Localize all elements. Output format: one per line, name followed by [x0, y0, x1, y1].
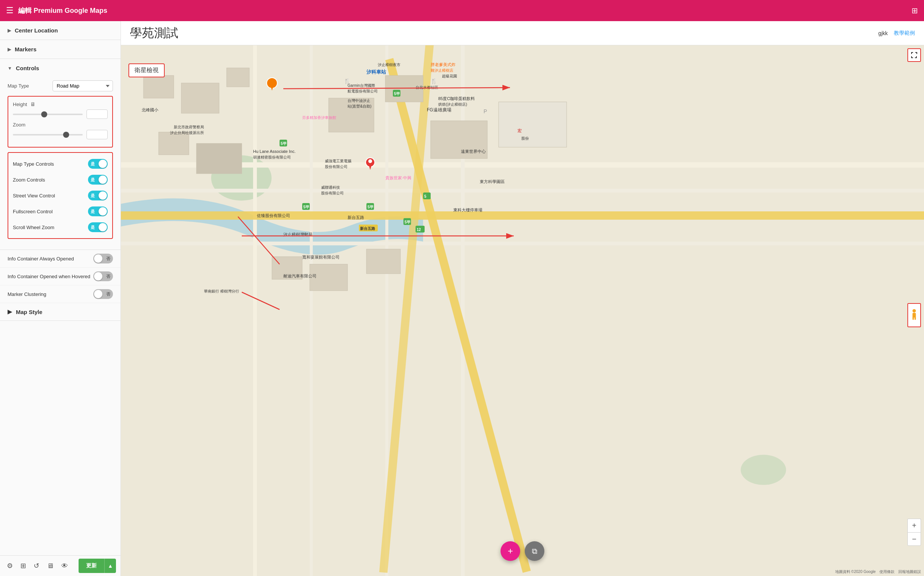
user-id: gjkk — [878, 30, 888, 36]
svg-text:站(直營&自助): 站(直營&自助) — [348, 104, 371, 108]
map-type-controls-toggle[interactable]: 是 — [88, 159, 107, 169]
svg-text:🍴: 🍴 — [344, 78, 351, 85]
map-copyright: 地圖資料 ©2020 Google 使用條款 回報地圖錯誤 — [835, 569, 921, 574]
svg-rect-8 — [310, 45, 313, 576]
controls-arrow: ▼ — [8, 66, 12, 71]
svg-text:芬多精加香汐車旅館: 芬多精加香汐車旅館 — [302, 115, 336, 120]
svg-text:85度C咖啡蛋糕飲料: 85度C咖啡蛋糕飲料 — [438, 96, 475, 101]
scroll-wheel-toggle[interactable]: 是 — [88, 222, 107, 232]
zoom-controls-label: Zoom Controls — [13, 177, 45, 183]
height-value-input[interactable]: 500 — [87, 109, 107, 119]
svg-text:耐迪汽車有限公司: 耐迪汽車有限公司 — [283, 274, 316, 278]
svg-text:汐止分局社後派出所: 汐止分局社後派出所 — [170, 131, 204, 135]
fab-copy-button[interactable]: ⧉ — [525, 541, 544, 561]
svg-text:新台五路: 新台五路 — [360, 226, 375, 230]
height-slider-container: 500 — [13, 109, 107, 119]
zoom-slider[interactable] — [13, 134, 83, 136]
update-expand-button[interactable]: ▲ — [104, 558, 116, 573]
svg-rect-17 — [329, 98, 374, 132]
zoom-row: Zoom 16 — [13, 122, 107, 139]
info-container-always-toggle[interactable]: 否 — [93, 254, 113, 264]
update-button[interactable]: 更新 — [79, 558, 104, 573]
map-type-controls-value: 是 — [91, 161, 95, 167]
toggle-thumb-info — [94, 254, 103, 263]
marker-clustering-toggle[interactable]: 否 — [93, 289, 113, 299]
street-view-control[interactable] — [907, 303, 921, 327]
app-title: 編輯 Premium Google Maps — [18, 6, 907, 15]
display-icon[interactable]: 🖥 — [45, 560, 56, 572]
toggle-thumb-scroll — [99, 223, 107, 231]
page-header-right: gjkk 教學範例 — [878, 30, 915, 37]
zoom-controls: + − — [907, 518, 921, 546]
svg-text:股份有限公司: 股份有限公司 — [325, 165, 348, 169]
markers-label: Markers — [15, 46, 37, 53]
eye-icon[interactable]: 👁 — [59, 560, 70, 572]
svg-text:東科大樓停車場: 東科大樓停車場 — [453, 208, 483, 212]
menu-icon[interactable]: ☰ — [6, 6, 14, 16]
zoom-controls-row: Zoom Controls 是 — [13, 172, 107, 187]
zoom-value-input[interactable]: 16 — [87, 130, 107, 139]
map-style-header[interactable]: ▶ Map Style — [0, 303, 120, 320]
svg-text:烘焙(汐止樟樹店): 烘焙(汐止樟樹店) — [438, 102, 467, 106]
svg-text:華南銀行 樟樹灣分行: 華南銀行 樟樹灣分行 — [204, 289, 239, 293]
zoom-controls-toggle[interactable]: 是 — [88, 175, 107, 185]
info-container-hovered-label: Info Container Opened when Hovered — [8, 274, 90, 279]
markers-arrow: ▶ — [8, 47, 11, 52]
svg-rect-5 — [121, 242, 924, 245]
svg-rect-16 — [227, 68, 249, 87]
center-location-header[interactable]: ▶ Center Location — [0, 21, 120, 40]
street-view-row: Street View Control 是 — [13, 187, 107, 203]
center-location-arrow: ▶ — [8, 28, 11, 33]
svg-rect-7 — [253, 45, 257, 576]
info-container-always-value: 否 — [106, 256, 110, 262]
sidebar-bottom-toolbar: ⚙ ⊞ ↺ 🖥 👁 更新 ▲ — [0, 555, 120, 576]
fullscreen-toggle[interactable]: 是 — [88, 206, 107, 216]
controls-header[interactable]: ▼ Controls — [0, 59, 120, 77]
fullscreen-button[interactable] — [907, 48, 921, 62]
info-container-hovered-row: Info Container Opened when Hovered 否 — [0, 267, 120, 285]
svg-rect-22 — [196, 144, 242, 174]
marker-clustering-value: 否 — [106, 291, 110, 297]
svg-text:汐科車站: 汐科車站 — [366, 69, 387, 75]
zoom-controls-value: 是 — [91, 177, 95, 183]
map-type-label: Map Type — [8, 83, 29, 89]
zoom-in-button[interactable]: + — [907, 518, 921, 532]
map-container[interactable]: 汐科車站 FG遠雄廣場 遠東世界中心 東方科學園區 東科大樓停車場 新台五路 北… — [121, 45, 924, 576]
fab-add-icon: + — [508, 546, 513, 556]
svg-text:威聯通科技: 威聯通科技 — [321, 185, 340, 189]
toggle-thumb-hovered — [94, 272, 103, 280]
svg-text:汐止樟樹灣郵局: 汐止樟樹灣郵局 — [283, 232, 313, 237]
grid-icon[interactable]: ⊞ — [911, 6, 918, 15]
scroll-wheel-label: Scroll Wheel Zoom — [13, 225, 55, 230]
zoom-out-button[interactable]: − — [907, 532, 921, 546]
sidebar-section-map-style: ▶ Map Style — [0, 303, 120, 321]
street-view-value: 是 — [91, 193, 95, 198]
svg-text:Hu Lane Associate Inc.: Hu Lane Associate Inc. — [253, 149, 296, 154]
tutorial-link[interactable]: 教學範例 — [894, 30, 915, 37]
svg-text:胡連精密股份有限公司: 胡連精密股份有限公司 — [253, 155, 291, 159]
satellite-label: 衛星檢視 — [135, 67, 159, 73]
svg-text:5: 5 — [424, 194, 427, 198]
stack-icon[interactable]: ⊞ — [18, 559, 28, 572]
info-container-hovered-toggle[interactable]: 否 — [93, 271, 113, 281]
toggle-thumb-fullscreen — [99, 207, 107, 216]
street-view-toggle[interactable]: 是 — [88, 190, 107, 200]
pegman-icon — [910, 309, 918, 321]
center-location-label: Center Location — [15, 27, 58, 34]
page-title: 學苑測試 — [130, 25, 178, 42]
map-style-label: Map Style — [16, 309, 42, 315]
map-type-controls-row: Map Type Controls 是 — [13, 156, 107, 172]
history-icon[interactable]: ↺ — [31, 559, 42, 572]
marker-clustering-row: Marker Clustering 否 — [0, 285, 120, 303]
svg-text:佐臻股份有限公司: 佐臻股份有限公司 — [257, 213, 290, 218]
height-slider[interactable] — [13, 114, 83, 115]
toggle-thumb-street — [99, 191, 107, 200]
svg-text:5甲: 5甲 — [281, 142, 287, 146]
markers-header[interactable]: ▶ Markers — [0, 40, 120, 59]
svg-text:貴族世家·中興: 貴族世家·中興 — [385, 176, 411, 180]
svg-text:5甲: 5甲 — [394, 92, 400, 96]
fab-add-button[interactable]: + — [500, 541, 520, 561]
scroll-wheel-row: Scroll Wheel Zoom 是 — [13, 219, 107, 235]
layers-icon[interactable]: ⚙ — [5, 559, 15, 572]
map-type-select[interactable]: Road Map Satellite Hybrid Terrain — [53, 80, 113, 91]
